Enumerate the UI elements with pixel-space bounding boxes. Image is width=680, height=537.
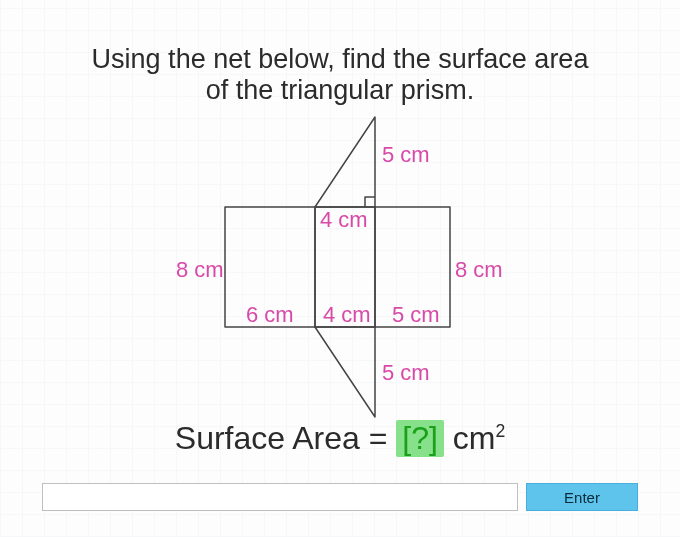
answer-input[interactable]	[42, 483, 518, 511]
svg-marker-3	[315, 117, 375, 207]
equation: Surface Area = [?] cm2	[0, 420, 680, 457]
label-left-8: 8 cm	[176, 257, 224, 282]
answer-row: Enter	[42, 483, 638, 511]
prompt-line-1: Using the net below, find the surface ar…	[92, 44, 589, 74]
label-bot-4: 4 cm	[323, 302, 371, 327]
equation-units: cm2	[453, 420, 505, 456]
label-right-8: 8 cm	[455, 257, 503, 282]
svg-marker-4	[315, 327, 375, 417]
label-bot-6: 6 cm	[246, 302, 294, 327]
question-prompt: Using the net below, find the surface ar…	[0, 44, 680, 106]
label-top-5: 5 cm	[382, 142, 430, 167]
net-diagram: 8 cm 8 cm 6 cm 4 cm 5 cm 4 cm 5 cm 5 cm	[0, 112, 680, 422]
answer-placeholder: [?]	[396, 420, 444, 457]
net-svg: 8 cm 8 cm 6 cm 4 cm 5 cm 4 cm 5 cm 5 cm	[120, 112, 560, 422]
enter-button[interactable]: Enter	[526, 483, 638, 511]
equation-lhs: Surface Area =	[175, 420, 388, 456]
label-mid-4: 4 cm	[320, 207, 368, 232]
label-bot-5: 5 cm	[392, 302, 440, 327]
prompt-line-2: of the triangular prism.	[206, 75, 475, 105]
label-low-5: 5 cm	[382, 360, 430, 385]
